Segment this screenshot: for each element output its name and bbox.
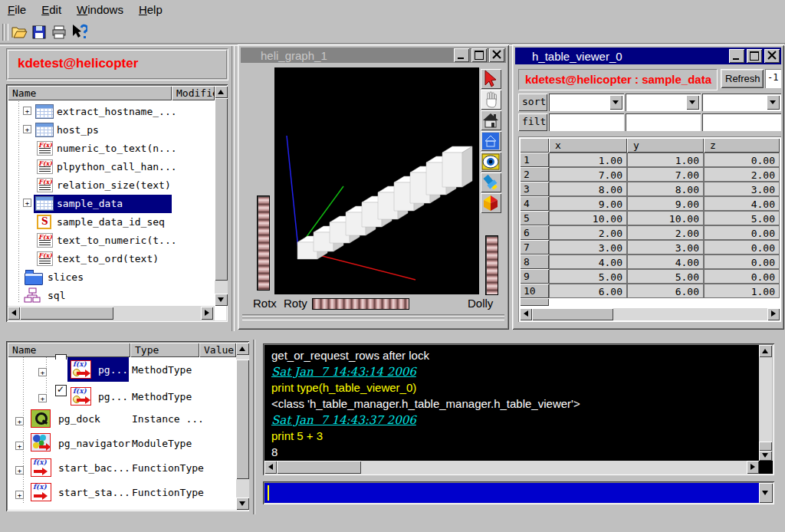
- chevron-down-icon[interactable]: [609, 95, 622, 110]
- menu-item-edit[interactable]: Edit: [34, 0, 69, 20]
- expand-icon[interactable]: [23, 125, 31, 133]
- row-header[interactable]: 1: [520, 153, 549, 167]
- tree-item[interactable]: slices: [6, 268, 215, 287]
- tree-item-selected[interactable]: sample_data: [6, 195, 215, 213]
- tree-item[interactable]: sql: [6, 287, 215, 305]
- minimize-button[interactable]: [454, 48, 469, 62]
- scroll-up-arrow[interactable]: [236, 343, 249, 355]
- tree-item-selected[interactable]: pg... MethodType: [6, 357, 235, 382]
- expand-icon[interactable]: [23, 199, 31, 207]
- table-cell[interactable]: 1.00: [704, 284, 780, 298]
- chevron-down-icon[interactable]: [686, 95, 699, 110]
- column-header-name[interactable]: Name: [8, 86, 172, 100]
- row-header[interactable]: 5: [520, 211, 549, 225]
- 3d-canvas[interactable]: [274, 67, 479, 294]
- row-header[interactable]: 8: [520, 255, 549, 269]
- roty-thumbwheel[interactable]: [312, 298, 409, 310]
- tree-item[interactable]: host_ps: [6, 121, 215, 140]
- open-folder-icon[interactable]: [11, 24, 28, 41]
- pan-hand-icon[interactable]: [481, 90, 501, 110]
- checkbox[interactable]: [55, 385, 67, 396]
- tree-item[interactable]: start_sta... FunctionType: [6, 480, 235, 504]
- tree-item[interactable]: pg_dock Instance ...: [6, 406, 235, 431]
- vertical-scrollbar[interactable]: [215, 86, 228, 306]
- menu-item-windows[interactable]: Windows: [69, 0, 131, 20]
- sort-combo-y[interactable]: [626, 94, 701, 111]
- tree-item[interactable]: sample_data_id_seq: [6, 213, 215, 232]
- scrollbar-thumb[interactable]: [215, 98, 228, 281]
- row-header[interactable]: 9: [520, 269, 549, 284]
- row-header[interactable]: 7: [520, 240, 549, 255]
- floppy-icon[interactable]: [31, 24, 48, 41]
- scrollbar-thumb[interactable]: [20, 307, 113, 320]
- table-cell[interactable]: 1.00: [627, 153, 704, 167]
- panel-splitter[interactable]: [232, 46, 235, 331]
- menu-item-file[interactable]: File: [0, 0, 34, 20]
- scroll-down-arrow[interactable]: [236, 498, 249, 510]
- table-cell[interactable]: 2.00: [627, 225, 704, 240]
- table-cell[interactable]: 1.00: [549, 153, 627, 167]
- column-header-modified[interactable]: Modified: [172, 86, 215, 100]
- expand-icon[interactable]: [23, 107, 31, 115]
- sort-button[interactable]: sort: [518, 94, 547, 111]
- vertical-scrollbar[interactable]: [236, 343, 249, 510]
- expand-icon[interactable]: [38, 368, 47, 376]
- pointer-icon[interactable]: [481, 69, 501, 89]
- table-cell[interactable]: 5.00: [549, 269, 627, 284]
- scroll-right-arrow[interactable]: [747, 461, 759, 474]
- row-header[interactable]: 2: [520, 167, 549, 182]
- table-horizontal-scrollbar[interactable]: [520, 308, 780, 320]
- scroll-right-arrow[interactable]: [767, 308, 780, 320]
- horizontal-scrollbar[interactable]: [8, 306, 215, 320]
- table-cell[interactable]: 3.00: [549, 240, 627, 255]
- printer-icon[interactable]: [51, 24, 67, 41]
- bottom-splitter[interactable]: [253, 340, 255, 514]
- filter-field-z[interactable]: [702, 113, 781, 131]
- filter-field-x[interactable]: [549, 113, 624, 131]
- expand-icon[interactable]: [38, 394, 47, 402]
- filter-field-y[interactable]: [626, 113, 701, 131]
- maximize-button[interactable]: [747, 49, 762, 63]
- seek-icon[interactable]: [481, 172, 501, 192]
- column-header-x[interactable]: x: [549, 138, 627, 153]
- column-header-y[interactable]: y: [627, 138, 704, 153]
- camera-toggle-icon[interactable]: [481, 193, 501, 213]
- set-home-icon[interactable]: [481, 131, 501, 151]
- expand-icon[interactable]: [15, 442, 24, 450]
- table-cell[interactable]: 3.00: [627, 240, 704, 255]
- table-cell[interactable]: 4.00: [704, 196, 780, 211]
- table-cell[interactable]: 10.00: [549, 211, 627, 225]
- column-header-type[interactable]: Type: [130, 343, 199, 357]
- table-cell[interactable]: 9.00: [627, 196, 704, 211]
- row-header[interactable]: 3: [520, 182, 549, 196]
- tree-item[interactable]: pg... MethodType: [6, 382, 235, 406]
- tree-item[interactable]: numeric_to_text(n...: [6, 140, 215, 158]
- close-button[interactable]: [489, 48, 504, 62]
- scroll-left-arrow[interactable]: [520, 308, 532, 320]
- table-cell[interactable]: 0.00: [704, 255, 780, 269]
- filter-button[interactable]: filt: [518, 113, 547, 131]
- tree-item[interactable]: text_to_ord(text): [6, 250, 215, 268]
- home-icon[interactable]: [481, 110, 501, 130]
- table-cell[interactable]: 0.00: [704, 269, 780, 284]
- table-cell[interactable]: 4.00: [549, 255, 627, 269]
- tree-item[interactable]: relation_size(text): [6, 176, 215, 195]
- scroll-down-arrow[interactable]: [759, 451, 772, 461]
- rotx-thumbwheel[interactable]: [257, 195, 270, 291]
- view-all-icon[interactable]: [481, 152, 501, 172]
- scrollbar-thumb[interactable]: [236, 360, 249, 479]
- table-cell[interactable]: 5.00: [627, 269, 704, 284]
- row-header[interactable]: 4: [520, 196, 549, 211]
- tree-item[interactable]: plpython_call_han...: [6, 158, 215, 176]
- minimize-button[interactable]: [729, 49, 744, 63]
- tree-item[interactable]: start_bac... FunctionType: [6, 455, 235, 480]
- table-cell[interactable]: 6.00: [627, 284, 704, 298]
- expand-icon[interactable]: [15, 466, 24, 475]
- table-cell[interactable]: 7.00: [627, 167, 704, 182]
- close-button[interactable]: [764, 49, 780, 63]
- table-cell[interactable]: 0.00: [704, 240, 780, 255]
- scroll-down-arrow[interactable]: [215, 294, 228, 306]
- column-header-value[interactable]: Value: [199, 343, 236, 357]
- tree-item[interactable]: text_to_numeric(t...: [6, 232, 215, 250]
- console-input-dropdown[interactable]: [759, 483, 773, 503]
